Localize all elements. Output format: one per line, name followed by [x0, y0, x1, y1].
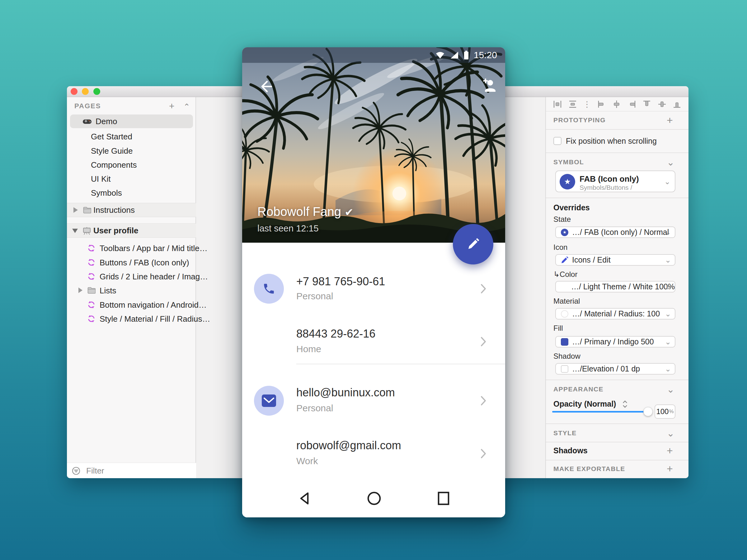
distribute-vertically-icon[interactable]	[568, 100, 577, 109]
nav-back-button[interactable]	[297, 491, 312, 506]
fix-position-checkbox[interactable]	[553, 137, 562, 145]
opacity-slider-knob[interactable]	[643, 407, 653, 416]
disclosure-down-icon[interactable]	[72, 229, 78, 233]
chevron-down-icon: ⌄	[665, 338, 671, 346]
phone-category-icon	[254, 274, 284, 304]
sidebar-symbol-bottom-navigation[interactable]: Bottom navigation / Android…	[67, 298, 196, 312]
align-horizontal-center-icon[interactable]	[612, 100, 621, 109]
add-prototyping-button[interactable]: +	[667, 114, 673, 126]
back-arrow-icon[interactable]	[258, 79, 273, 94]
sidebar-symbol-grids[interactable]: Grids / 2 Line header / Imag…	[67, 269, 196, 284]
chevron-right-icon[interactable]	[481, 449, 486, 459]
sidebar-item-ui-kit[interactable]: UI Kit	[67, 172, 196, 186]
disclosure-right-icon[interactable]	[74, 207, 78, 213]
opacity-value-field[interactable]: 100 %	[654, 404, 675, 419]
sidebar-symbol-toolbars[interactable]: Toolbars / App bar / Mid title…	[67, 241, 196, 255]
opacity-label: Opacity (Normal)	[553, 399, 616, 408]
add-shadow-button[interactable]: +	[667, 445, 673, 457]
overrides-title: Overrides	[553, 203, 590, 212]
nav-home-button[interactable]	[367, 491, 382, 506]
sidebar-item-label: Get Started	[91, 132, 132, 141]
align-top-icon[interactable]	[642, 100, 651, 109]
sidebar-item-symbols[interactable]: Symbols	[67, 186, 196, 200]
align-bottom-icon[interactable]	[672, 100, 681, 109]
filter-input[interactable]: Filter	[67, 463, 196, 478]
sidebar-group-label: Instructions	[93, 205, 135, 215]
sidebar-item-label: Demo	[96, 117, 117, 126]
sidebar-item-label: Style Guide	[91, 146, 133, 156]
material-swatch	[559, 310, 570, 318]
material-label: Material	[553, 297, 580, 305]
symbol-collapse-chevron-icon[interactable]: ⌄	[667, 158, 674, 167]
align-vertical-middle-icon[interactable]	[658, 100, 667, 109]
color-label: ↳Color	[553, 270, 577, 279]
add-contact-icon[interactable]	[481, 78, 497, 93]
appearance-collapse-chevron-icon[interactable]: ⌄	[667, 385, 674, 394]
alignment-toolbar: ⋮	[546, 97, 689, 111]
pencil-icon	[466, 237, 480, 251]
align-left-icon[interactable]	[597, 100, 606, 109]
pencil-icon	[559, 256, 570, 264]
mail-icon	[262, 395, 276, 407]
gamepad-icon	[82, 118, 92, 125]
chevron-right-icon[interactable]	[481, 284, 486, 294]
minimize-window-button[interactable]	[82, 88, 89, 95]
symbol-sync-icon	[87, 244, 96, 252]
style-collapse-chevron-icon[interactable]: ⌄	[667, 429, 674, 438]
filter-icon	[72, 466, 80, 475]
fill-dropdown[interactable]: …/ Primary / Indigo 500 ⌄	[555, 336, 675, 348]
sidebar-item-demo[interactable]: Demo	[70, 114, 193, 128]
edit-fab-button[interactable]	[453, 224, 493, 264]
add-page-button[interactable]: +	[169, 101, 175, 111]
sidebar-group-instructions[interactable]: Instructions	[67, 203, 196, 217]
icon-label: Icon	[553, 243, 567, 252]
sidebar-symbol-buttons[interactable]: Buttons / FAB (Icon only)	[67, 256, 196, 269]
sidebar-symbol-style-material[interactable]: Style / Material / Fill / Radius…	[67, 312, 196, 326]
make-exportable-title: MAKE EXPORTABLE	[553, 465, 625, 473]
material-dropdown[interactable]: …/ Material / Radius: 100 ⌄	[555, 308, 675, 320]
white-shadow-swatch	[559, 365, 570, 373]
opacity-slider-track[interactable]	[552, 411, 652, 412]
collapse-pages-icon[interactable]: ⌃	[183, 102, 190, 112]
disclosure-right-icon[interactable]	[78, 288, 82, 293]
symbol-item-label: Buttons / FAB (Icon only)	[100, 258, 189, 267]
chevron-right-icon[interactable]	[481, 396, 486, 406]
email-category-icon	[254, 386, 284, 416]
contact-label: Personal	[296, 403, 333, 414]
symbol-item-label: Bottom navigation / Android…	[100, 300, 207, 310]
state-label: State	[553, 215, 571, 224]
symbol-instance-name: FAB (Icon only)	[579, 174, 639, 184]
chevron-down-icon: ⌄	[665, 256, 671, 264]
sidebar-item-get-started[interactable]: Get Started	[67, 129, 196, 143]
color-dropdown[interactable]: …/ Light Theme / White 100% ⌄	[555, 281, 675, 292]
status-bar-time: 15:20	[474, 50, 497, 60]
state-dropdown[interactable]: ★ …/ FAB (Icon only) / Normal ⌄	[555, 226, 675, 238]
fill-value: …/ Primary / Indigo 500	[572, 337, 654, 346]
symbol-instance-selector[interactable]: ★ FAB (Icon only) Symbols/Buttons / ⌄	[555, 170, 675, 192]
contact-value: 88443 29-62-16	[296, 327, 376, 340]
sidebar-item-components[interactable]: Components	[67, 158, 196, 172]
chevron-down-icon: ⌄	[665, 228, 671, 237]
sidebar-item-style-guide[interactable]: Style Guide	[67, 144, 196, 158]
icon-dropdown[interactable]: Icons / Edit ⌄	[555, 254, 675, 266]
chevron-right-icon[interactable]	[481, 337, 486, 347]
sidebar-group-user-profile[interactable]: User profile	[67, 223, 196, 238]
phone-artboard: 15:20 Robowolf Fang ✔ last seen 12:15	[242, 47, 505, 517]
align-right-icon[interactable]	[627, 100, 637, 109]
opacity-value: 100	[656, 407, 669, 416]
make-exportable-button[interactable]: +	[667, 463, 673, 475]
shadow-dropdown[interactable]: …/Elevation / 01 dp ⌄	[555, 363, 675, 375]
opacity-stepper-icon[interactable]	[622, 400, 627, 408]
chevron-down-icon: ⌄	[665, 365, 671, 373]
close-window-button[interactable]	[71, 88, 77, 95]
folder-icon	[83, 207, 91, 213]
distribute-horizontally-icon[interactable]	[553, 100, 562, 109]
nav-recents-button[interactable]	[437, 491, 450, 506]
zoom-window-button[interactable]	[93, 88, 100, 95]
phone-handset-icon	[262, 282, 276, 295]
sidebar-group-lists[interactable]: Lists	[67, 284, 196, 297]
chevron-down-icon: ⌄	[664, 178, 670, 185]
cellular-signal-icon	[450, 51, 459, 59]
list-divider	[296, 364, 505, 364]
profile-cover-photo: 15:20 Robowolf Fang ✔ last seen 12:15	[242, 47, 505, 243]
